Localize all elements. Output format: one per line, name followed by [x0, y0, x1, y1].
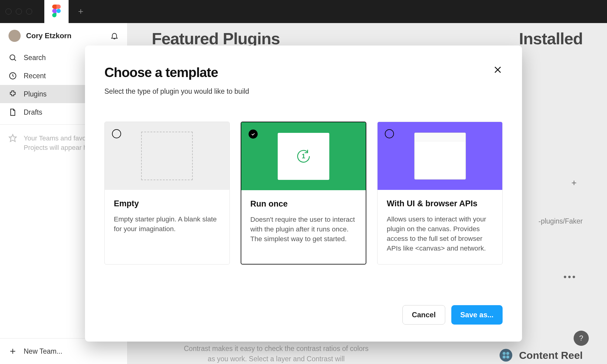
radio-empty[interactable] [112, 129, 121, 138]
figma-logo-icon [52, 5, 61, 19]
template-card-run-once[interactable]: 1 Run once Doesn't require the user to i… [241, 122, 367, 265]
empty-box-icon [141, 132, 193, 180]
template-card-with-ui[interactable]: With UI & browser APIs Allows users to i… [377, 122, 503, 265]
plugin-icon [8, 90, 17, 98]
home-tab[interactable] [44, 0, 69, 23]
new-team-button[interactable]: New Team... [0, 339, 127, 364]
svg-point-0 [10, 55, 15, 60]
avatar [8, 30, 21, 42]
new-team-label: New Team... [24, 347, 62, 356]
file-icon [8, 108, 17, 116]
radio-with-ui[interactable] [385, 129, 394, 138]
card-title: With UI & browser APIs [387, 199, 493, 208]
window-controls [5, 8, 32, 15]
star-icon [8, 134, 17, 142]
card-desc: Doesn't require the user to interact wit… [250, 215, 357, 244]
card-title: Empty [114, 199, 220, 208]
radio-run-once[interactable] [249, 130, 258, 139]
sidebar-item-label: Recent [24, 72, 46, 80]
plus-icon [8, 347, 17, 356]
sidebar-item-label: Search [24, 54, 46, 62]
card-desc: Allows users to interact with your plugi… [387, 214, 493, 253]
titlebar: + [0, 0, 607, 23]
clock-icon [8, 72, 17, 80]
run-once-graphic: 1 [278, 133, 329, 180]
template-card-empty[interactable]: Empty Empty starter plugin. A blank slat… [104, 122, 230, 265]
sidebar-item-label: Plugins [24, 90, 46, 98]
sidebar-item-label: Drafts [24, 108, 42, 116]
modal-title: Choose a template [104, 65, 503, 80]
save-as-button[interactable]: Save as... [451, 305, 503, 325]
card-title: Run once [250, 199, 357, 209]
card-desc: Empty starter plugin. A blank slate for … [114, 214, 220, 234]
window-maximize[interactable] [26, 8, 32, 15]
user-name: Cory Etzkorn [26, 32, 105, 40]
svg-marker-3 [9, 134, 16, 141]
window-close[interactable] [5, 8, 12, 15]
close-button[interactable] [493, 65, 503, 75]
svg-text:1: 1 [302, 153, 305, 160]
user-row[interactable]: Cory Etzkorn [0, 23, 127, 49]
template-modal: Choose a template Select the type of plu… [85, 46, 522, 342]
window-minimize[interactable] [16, 8, 22, 15]
new-tab-button[interactable]: + [69, 0, 93, 23]
modal-subtitle: Select the type of plugin you would like… [104, 87, 503, 96]
browser-window-icon [414, 133, 466, 180]
cancel-button[interactable]: Cancel [402, 305, 445, 325]
svg-line-1 [14, 59, 16, 61]
bell-icon[interactable] [110, 32, 119, 40]
search-icon [8, 53, 17, 62]
